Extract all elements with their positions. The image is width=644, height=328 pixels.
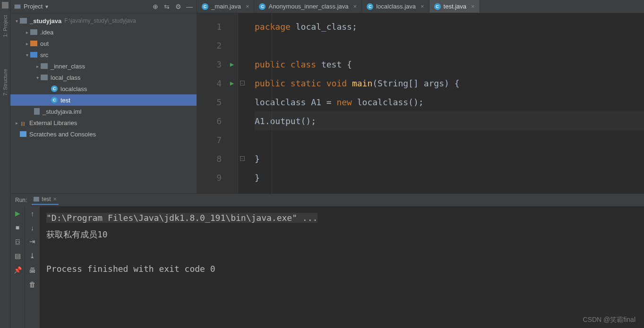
- tab-anon[interactable]: Anonymous_inner_class.java×: [254, 0, 362, 13]
- code-token: }: [255, 173, 260, 183]
- chevron-right-icon[interactable]: ▸: [13, 120, 20, 126]
- close-icon[interactable]: ×: [353, 3, 357, 10]
- tree-path: F:\java\my_study\_studyjava: [64, 17, 136, 24]
- library-icon: ⫼: [20, 120, 26, 126]
- project-tool-icon[interactable]: [2, 2, 9, 8]
- tab-label: test.java: [444, 3, 466, 10]
- project-dropdown-icon[interactable]: ▾: [45, 3, 48, 10]
- tree-test-file[interactable]: test: [10, 94, 197, 106]
- module-icon: [20, 18, 27, 24]
- class-icon: [51, 85, 58, 92]
- locate-icon[interactable]: ⊕: [152, 3, 159, 10]
- code-token: test: [321, 59, 347, 69]
- code-token: A1.output();: [255, 116, 316, 126]
- chevron-down-icon[interactable]: ▾: [24, 52, 30, 58]
- tree-label: src: [40, 51, 48, 59]
- tab-label: localclass.java: [376, 3, 416, 10]
- class-icon: [259, 3, 266, 10]
- tree-label: _studyjava.iml: [43, 108, 81, 115]
- stop-icon[interactable]: ■: [13, 223, 22, 232]
- close-icon[interactable]: ×: [421, 3, 424, 10]
- tree-localclass-file[interactable]: localclass: [10, 83, 197, 94]
- console-line: 获取私有成员10: [46, 226, 637, 243]
- tree-scratch[interactable]: Scratches and Consoles: [10, 128, 197, 140]
- rerun-icon[interactable]: ▶: [13, 209, 22, 218]
- tree-root[interactable]: ▾ _studyjava F:\java\my_study\_studyjava: [10, 15, 197, 26]
- hide-icon[interactable]: —: [186, 3, 193, 10]
- project-tool-label[interactable]: 1: Project: [2, 13, 8, 39]
- line-number: 2: [197, 36, 222, 55]
- tree-label: test: [60, 97, 70, 104]
- line-number: 4: [197, 74, 222, 93]
- trash-icon[interactable]: 🗑: [28, 280, 37, 288]
- code-token: (String[] args) {: [372, 78, 459, 88]
- run-toolbar-left: ▶ ■ ⌼ ▤ 📌: [10, 206, 25, 328]
- chevron-right-icon[interactable]: ▸: [24, 30, 30, 35]
- left-tool-strip: 1: Project 7: Structure: [0, 0, 10, 328]
- tree-idea[interactable]: ▸ .idea: [10, 26, 197, 38]
- run-toolbar-right: ↑ ↓ ⇥ ⤓ 🖶 🗑: [25, 206, 40, 328]
- tree-ext-lib[interactable]: ▸ ⫼ External Libraries: [10, 117, 197, 128]
- editor-tabs: _main.java× Anonymous_inner_class.java× …: [197, 0, 644, 13]
- code-token: new: [336, 97, 357, 107]
- editor-body[interactable]: 1 2 3 4 5 6 7 8 9 ▶ ▶: [197, 13, 644, 193]
- run-header: Run: test ×: [10, 194, 644, 206]
- line-number: 8: [197, 149, 222, 168]
- code-token: localclass A1 =: [255, 97, 336, 107]
- tree-src[interactable]: ▾ src: [10, 49, 197, 60]
- tree-inner-class[interactable]: ▸ _inner_class: [10, 60, 197, 72]
- package-icon: [41, 63, 48, 69]
- layout-icon[interactable]: ▤: [13, 252, 22, 260]
- scratch-icon: [20, 131, 26, 137]
- tab-main[interactable]: _main.java×: [197, 0, 254, 13]
- print-icon[interactable]: 🖶: [28, 266, 37, 274]
- run-gutter: ▶ ▶: [226, 13, 238, 193]
- debug-icon[interactable]: ⌼: [13, 237, 22, 246]
- tree-iml[interactable]: _studyjava.iml: [10, 106, 197, 117]
- project-panel: Project ▾ ⊕ ⇆ ⚙ — ▾ _studyjava: [10, 0, 197, 193]
- project-tree: ▾ _studyjava F:\java\my_study\_studyjava…: [10, 13, 197, 193]
- tree-label: _inner_class: [51, 63, 85, 70]
- tab-localclass[interactable]: localclass.java×: [362, 0, 429, 13]
- gear-icon[interactable]: ⚙: [175, 3, 181, 10]
- tab-label: Anonymous_inner_class.java: [268, 3, 348, 10]
- code-token: }: [255, 154, 260, 164]
- tree-label: External Libraries: [29, 119, 77, 126]
- scroll-icon[interactable]: ⤓: [28, 252, 37, 260]
- close-icon[interactable]: ×: [246, 3, 249, 10]
- class-icon: [202, 3, 208, 10]
- up-icon[interactable]: ↑: [28, 209, 37, 218]
- chevron-down-icon[interactable]: ▾: [13, 18, 20, 24]
- run-label: Run:: [15, 197, 27, 203]
- line-number: 3: [197, 55, 222, 74]
- code-token: local_class;: [296, 22, 357, 32]
- expand-icon[interactable]: ⇆: [163, 3, 170, 10]
- run-tab-label: test: [42, 196, 51, 202]
- line-number: 6: [197, 111, 222, 130]
- fold-icon[interactable]: −: [240, 156, 245, 161]
- line-number: 1: [197, 17, 222, 36]
- structure-tool-label[interactable]: 7: Structure: [2, 67, 8, 98]
- chevron-right-icon[interactable]: ▸: [24, 41, 30, 46]
- run-method-icon[interactable]: ▶: [230, 79, 234, 87]
- tree-out[interactable]: ▸ out: [10, 38, 197, 49]
- tab-test[interactable]: test.java×: [429, 0, 480, 13]
- soft-wrap-icon[interactable]: ⇥: [28, 237, 37, 246]
- console-output[interactable]: "D:\Program Files\Java\jdk1.8.0_191\bin\…: [40, 206, 644, 328]
- run-tab[interactable]: test ×: [32, 196, 58, 205]
- close-icon[interactable]: ×: [471, 3, 475, 10]
- code-area[interactable]: package local_class; public class test {…: [246, 13, 644, 193]
- chevron-right-icon[interactable]: ▸: [34, 64, 41, 69]
- watermark: CSDN @笑霸final: [583, 316, 635, 324]
- fold-icon[interactable]: −: [240, 81, 245, 85]
- pin-icon[interactable]: 📌: [13, 266, 22, 274]
- folder-icon: [30, 29, 37, 35]
- chevron-down-icon[interactable]: ▾: [34, 75, 41, 80]
- run-class-icon[interactable]: ▶: [230, 60, 234, 68]
- iml-icon: [34, 108, 40, 115]
- line-number: 5: [197, 93, 222, 111]
- down-icon[interactable]: ↓: [28, 223, 37, 232]
- close-icon[interactable]: ×: [53, 196, 57, 202]
- code-token: localclass();: [357, 97, 424, 107]
- tree-local-class[interactable]: ▾ local_class: [10, 72, 197, 83]
